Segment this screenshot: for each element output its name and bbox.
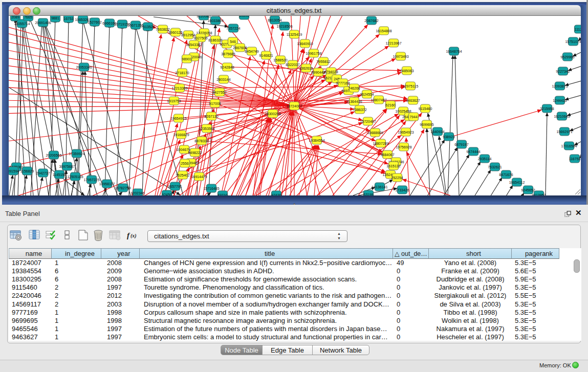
svg-text:7665: 7665 [24, 16, 32, 19]
svg-text:14136141: 14136141 [372, 185, 387, 189]
svg-text:252254: 252254 [391, 176, 403, 180]
svg-text:9413957: 9413957 [532, 193, 546, 196]
svg-text:9227342: 9227342 [556, 70, 570, 73]
svg-text:3875685: 3875685 [221, 52, 235, 56]
svg-text:1640934: 1640934 [430, 130, 444, 134]
svg-text:12213967: 12213967 [385, 41, 401, 45]
svg-text:2935114: 2935114 [478, 157, 492, 161]
svg-text:15751074: 15751074 [565, 40, 581, 43]
svg-text:17359924: 17359924 [69, 152, 84, 156]
svg-text:15692971: 15692971 [556, 130, 572, 134]
svg-text:19654915: 19654915 [170, 117, 186, 120]
svg-text:7663822: 7663822 [156, 28, 169, 31]
svg-text:12213369: 12213369 [171, 86, 187, 90]
svg-text:83710: 83710 [217, 193, 228, 196]
svg-text:1588520: 1588520 [273, 58, 287, 62]
svg-text:2803144: 2803144 [216, 78, 230, 81]
svg-text:7386372: 7386372 [353, 108, 366, 112]
svg-text:391594: 391594 [9, 169, 19, 173]
svg-text:16753: 16753 [63, 17, 74, 20]
svg-text:1145154: 1145154 [53, 173, 67, 177]
svg-text:5498222: 5498222 [188, 151, 202, 155]
svg-text:16543382: 16543382 [186, 43, 202, 47]
svg-text:917008: 917008 [209, 102, 221, 105]
svg-text:19654923: 19654923 [398, 130, 413, 134]
svg-text:19218506: 19218506 [276, 25, 292, 28]
svg-text:11325419: 11325419 [287, 33, 302, 36]
svg-text:1733426: 1733426 [395, 188, 409, 192]
svg-text:546: 546 [230, 40, 236, 43]
svg-text:7485063: 7485063 [400, 69, 413, 73]
svg-text:1202346: 1202346 [130, 191, 144, 195]
svg-text:6879197: 6879197 [454, 143, 468, 146]
svg-text:2718170: 2718170 [175, 71, 189, 75]
svg-text:10958117: 10958117 [99, 182, 115, 186]
svg-text:20206565: 20206565 [46, 154, 61, 157]
svg-text:17957225: 17957225 [83, 178, 99, 182]
svg-text:9474444: 9474444 [466, 150, 480, 154]
svg-text:7944: 7944 [409, 115, 418, 119]
svg-text:8454749: 8454749 [245, 50, 258, 53]
svg-text:9881: 9881 [51, 16, 59, 20]
svg-text:20691406: 20691406 [35, 21, 51, 25]
svg-text:18807289: 18807289 [373, 142, 388, 145]
svg-text:12975115: 12975115 [403, 84, 419, 88]
svg-text:16154808: 16154808 [376, 29, 391, 33]
svg-text:1527602: 1527602 [88, 20, 101, 24]
svg-text:8960125: 8960125 [168, 31, 182, 34]
svg-text:f: f [127, 231, 130, 239]
svg-text:1919753: 1919753 [167, 99, 181, 103]
svg-text:9245652: 9245652 [521, 188, 535, 192]
svg-text:10654112: 10654112 [509, 181, 525, 184]
svg-text:19384554: 19384554 [309, 139, 324, 142]
svg-text:9777169: 9777169 [336, 81, 350, 85]
svg-text:10807487: 10807487 [371, 98, 386, 102]
svg-text:116753: 116753 [569, 157, 581, 161]
svg-text:2867608: 2867608 [233, 46, 247, 50]
svg-text:2556: 2556 [181, 162, 189, 165]
svg-text:8427552: 8427552 [212, 91, 226, 94]
svg-text:7513526: 7513526 [141, 25, 155, 29]
svg-text:938923: 938923 [443, 135, 454, 139]
svg-text:15720407: 15720407 [360, 120, 376, 123]
svg-text:16782759: 16782759 [115, 186, 130, 190]
svg-text:1244415: 1244415 [553, 99, 567, 102]
svg-text:92450: 92450 [162, 193, 172, 196]
svg-text:8322037: 8322037 [286, 63, 299, 67]
svg-text:2089: 2089 [11, 16, 19, 19]
svg-text:9884067: 9884067 [380, 153, 394, 157]
svg-text:6794028: 6794028 [324, 70, 338, 74]
svg-text:12353594: 12353594 [199, 127, 214, 130]
svg-text:8813054: 8813054 [268, 18, 281, 22]
svg-text:9657791: 9657791 [168, 185, 182, 188]
svg-text:(x): (x) [130, 233, 137, 239]
svg-text:18724007: 18724007 [286, 104, 302, 108]
svg-text:9699695: 9699695 [420, 123, 433, 126]
svg-text:14055714: 14055714 [14, 22, 30, 26]
svg-text:10688609: 10688609 [367, 131, 383, 135]
svg-text:98901: 98901 [182, 57, 192, 61]
svg-text:9327506: 9327506 [193, 36, 207, 40]
svg-text:62160: 62160 [385, 103, 396, 107]
svg-text:9463627: 9463627 [406, 99, 420, 102]
svg-text:9146821: 9146821 [259, 54, 273, 57]
svg-text:20053346: 20053346 [76, 65, 92, 69]
svg-text:8878334: 8878334 [194, 139, 208, 143]
svg-text:2942737: 2942737 [36, 171, 50, 175]
svg-text:2087682: 2087682 [364, 19, 378, 23]
svg-text:16210643: 16210643 [554, 115, 570, 118]
svg-text:97420: 97420 [271, 193, 281, 196]
svg-text:9242848: 9242848 [220, 65, 234, 69]
svg-text:10591: 10591 [239, 16, 249, 17]
svg-text:7955812: 7955812 [316, 60, 330, 63]
svg-text:7357224: 7357224 [226, 27, 240, 30]
svg-text:21364436: 21364436 [346, 100, 362, 103]
svg-text:12505185: 12505185 [67, 175, 83, 179]
svg-text:16914479: 16914479 [191, 175, 207, 179]
svg-text:8990448: 8990448 [311, 71, 325, 74]
svg-text:1156829: 1156829 [20, 169, 34, 173]
svg-text:10961758: 10961758 [306, 52, 321, 55]
svg-text:19756928: 19756928 [396, 145, 411, 149]
svg-text:10973493: 10973493 [393, 55, 408, 58]
svg-text:17016504: 17016504 [561, 144, 577, 148]
